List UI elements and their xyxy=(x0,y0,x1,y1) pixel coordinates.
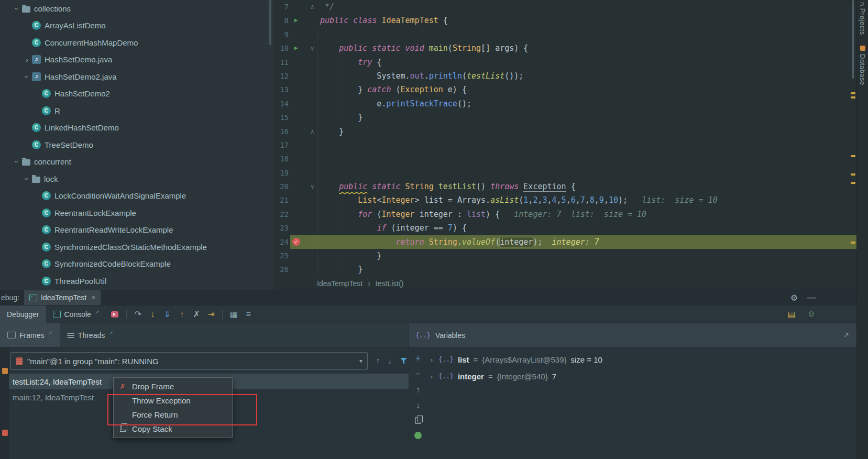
tree-item-concurrent[interactable]: ›concurrent xyxy=(0,154,273,171)
fold-icon[interactable]: ∧ xyxy=(302,0,318,14)
right-tool-strip: n ProjectsDatabase xyxy=(856,0,868,459)
keyboard-shortcuts-icon[interactable]: ▤ xyxy=(788,309,796,319)
tree-item-hashsetdemo2[interactable]: CHashSetDemo2 xyxy=(0,85,273,103)
warning-stripe-mark[interactable] xyxy=(851,92,855,94)
tree-item-synchronizedclassorstaticmethodexample[interactable]: CSynchronizedClassOrStaticMethodExample xyxy=(0,238,273,256)
move-up-icon[interactable]: ↑ xyxy=(413,385,423,395)
code-line-15[interactable]: 15 } xyxy=(273,111,856,124)
tree-item-threadpoolutil[interactable]: CThreadPoolUtil xyxy=(0,272,273,290)
fold-icon[interactable]: ∨ xyxy=(302,41,318,55)
settings-gear-icon[interactable]: ⚙ xyxy=(790,293,798,303)
feedback-smiley-icon[interactable]: ☺ xyxy=(807,309,816,319)
drop-frame-icon[interactable]: ✗ xyxy=(189,309,204,319)
code-line-21[interactable]: 21 List<Integer> list = Arrays.asList(1,… xyxy=(273,193,856,207)
error-stripe[interactable] xyxy=(849,0,856,277)
thread-selector[interactable]: "main"@1 in group "main": RUNNING ▾ xyxy=(10,352,368,370)
breadcrumb-method[interactable]: testList() xyxy=(376,279,404,288)
menu-item-throw-exception[interactable]: Throw Exception xyxy=(114,394,232,408)
tree-item-hashsetdemo2-java[interactable]: ›JHashSetDemo2.java xyxy=(0,68,273,85)
code-line-19[interactable]: 19 xyxy=(273,166,856,180)
code-line-12[interactable]: 12 System.out.println(testList()); xyxy=(273,69,856,83)
tree-item-lockconditionwaitandsignalexample[interactable]: CLockConditionWaitAndSignalExample xyxy=(0,188,273,205)
run-icon[interactable]: ▶ xyxy=(290,41,302,55)
show-output-icon[interactable] xyxy=(111,311,118,318)
tree-item-concurrenthashmapdemo[interactable]: CConcurrentHashMapDemo xyxy=(0,34,273,51)
tree-item-hashsetdemo-java[interactable]: ›JHashSetDemo.java xyxy=(0,51,273,69)
prev-frame-icon[interactable]: ↑ xyxy=(376,356,380,366)
step-out-icon[interactable]: ↑ xyxy=(174,310,189,319)
code-line-8[interactable]: 8▶public class IdeaTempTest { xyxy=(273,14,856,27)
tree-item-lock[interactable]: ›lock xyxy=(0,170,273,188)
tab-threads[interactable]: Threads↗ xyxy=(60,323,120,347)
menu-item-force-return[interactable]: Force Return xyxy=(114,408,232,422)
chevron-right-icon[interactable]: › xyxy=(429,373,434,380)
tree-item-reentrantreadwritelockexample[interactable]: CReentrantReadWriteLockExample xyxy=(0,222,273,239)
tree-item-reentrantlockexample[interactable]: CReentrantLockExample xyxy=(0,204,273,222)
chevron-down-icon[interactable]: ▾ xyxy=(359,357,362,365)
hide-panel-icon[interactable]: — xyxy=(807,293,816,303)
code-line-24[interactable]: 24✓ return String.valueOf(integer); inte… xyxy=(273,235,856,249)
code-area[interactable]: 7∧ */8▶public class IdeaTempTest {910▶∨ … xyxy=(273,0,856,277)
run-to-cursor-icon[interactable]: ⇥ xyxy=(204,309,218,319)
code-line-20[interactable]: 20∨ public static String testList() thro… xyxy=(273,180,856,193)
layout-settings-icon[interactable]: ≡ xyxy=(241,310,256,319)
tree-item-r[interactable]: CR xyxy=(0,102,273,119)
breadcrumb-class[interactable]: IdeaTempTest xyxy=(317,279,362,288)
tab-frames[interactable]: Frames↗ xyxy=(0,323,60,347)
force-step-into-icon[interactable]: ⇓ xyxy=(160,309,174,319)
chevron-right-icon[interactable]: › xyxy=(429,356,434,364)
step-over-icon[interactable]: ↷ xyxy=(130,309,145,319)
warning-stripe-mark[interactable] xyxy=(851,182,855,184)
add-watch-icon[interactable]: + xyxy=(413,353,423,364)
fold-icon[interactable]: ∨ xyxy=(302,180,318,193)
warning-stripe-mark[interactable] xyxy=(851,242,855,244)
breakpoint-icon[interactable]: ✓ xyxy=(290,235,302,249)
warning-stripe-mark[interactable] xyxy=(851,155,855,157)
remove-watch-icon[interactable]: − xyxy=(413,369,423,379)
run-icon[interactable]: ▶ xyxy=(290,14,302,27)
expand-icon[interactable]: ↗ xyxy=(843,331,849,339)
warning-stripe-mark[interactable] xyxy=(851,173,855,176)
code-line-14[interactable]: 14 e.printStackTrace(); xyxy=(273,97,856,111)
next-frame-icon[interactable]: ↓ xyxy=(388,356,392,366)
close-tab-icon[interactable]: × xyxy=(91,293,95,302)
editor-scrollbar-thumb[interactable] xyxy=(852,0,854,79)
fold-icon[interactable]: ∧ xyxy=(302,125,318,138)
variable-row-list[interactable]: ›{..}list = {Arrays$ArrayList@539} size … xyxy=(427,351,856,368)
tree-item-treesetdemo[interactable]: CTreeSetDemo xyxy=(0,136,273,154)
project-scrollbar-thumb[interactable] xyxy=(269,0,271,45)
code-line-13[interactable]: 13 } catch (Exception e) { xyxy=(273,83,856,96)
tree-item-linkedhashsetdemo[interactable]: CLinkedHashSetDemo xyxy=(0,119,273,137)
tab-debugger[interactable]: Debugger xyxy=(0,305,46,323)
code-line-9[interactable]: 9 xyxy=(273,28,856,41)
tree-item-arrayaslistdemo[interactable]: CArrayAsListDemo xyxy=(0,17,273,35)
tool-window-button-database[interactable]: Database xyxy=(859,46,866,85)
debug-session-tab[interactable]: IdeaTempTest × xyxy=(24,290,101,305)
code-line-22[interactable]: 22 for (Integer integer : list) { intege… xyxy=(273,207,856,221)
step-into-icon[interactable]: ↓ xyxy=(145,310,160,319)
stop-icon[interactable] xyxy=(2,430,8,436)
code-line-25[interactable]: 25 } xyxy=(273,249,856,263)
move-down-icon[interactable]: ↓ xyxy=(413,400,423,411)
code-line-23[interactable]: 23 if (integer == 7) { xyxy=(273,221,856,235)
tool-window-button-n-projects[interactable]: n Projects xyxy=(859,2,866,35)
code-line-10[interactable]: 10▶∨ public static void main(String[] ar… xyxy=(273,41,856,55)
tree-item-collections[interactable]: ›collections xyxy=(0,0,273,17)
evaluate-expression-icon[interactable]: ▦ xyxy=(226,309,241,319)
duplicate-icon[interactable] xyxy=(413,416,423,427)
session-status-icon[interactable] xyxy=(414,432,422,439)
filter-icon[interactable] xyxy=(400,357,408,365)
pause-output-icon[interactable] xyxy=(2,368,8,374)
code-line-7[interactable]: 7∧ */ xyxy=(273,0,856,14)
code-line-17[interactable]: 17 xyxy=(273,138,856,152)
variable-row-integer[interactable]: ›{..}integer = {Integer@540} 7 xyxy=(427,368,856,385)
tab-console[interactable]: Console↗ xyxy=(46,305,106,323)
code-line-16[interactable]: 16∧ } xyxy=(273,125,856,138)
warning-stripe-mark[interactable] xyxy=(851,96,855,99)
code-line-26[interactable]: 26 } xyxy=(273,263,856,276)
tree-item-synchronizedcodeblockexample[interactable]: CSynchronizedCodeBlockExample xyxy=(0,256,273,273)
menu-item-copy-stack[interactable]: Copy Stack xyxy=(114,422,232,436)
code-line-18[interactable]: 18 xyxy=(273,152,856,166)
menu-item-drop-frame[interactable]: ✗Drop Frame xyxy=(114,379,232,394)
code-line-11[interactable]: 11 try { xyxy=(273,56,856,69)
